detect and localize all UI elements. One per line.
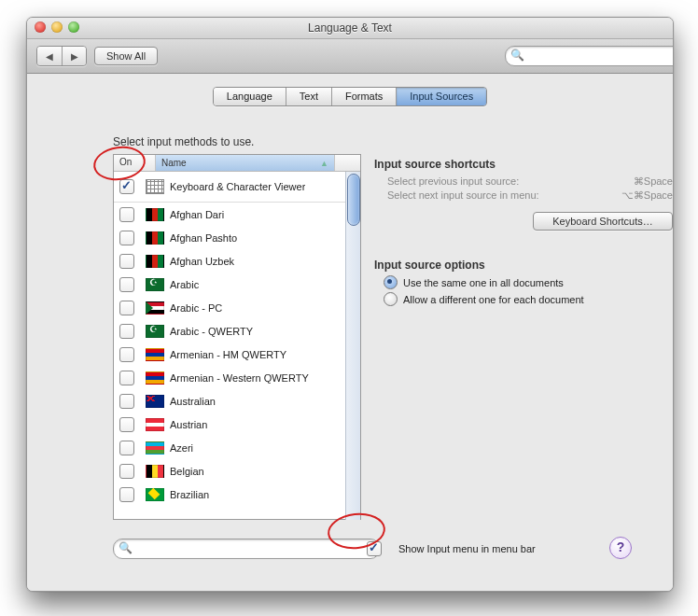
flag-icon (146, 488, 164, 501)
input-sources-panel: On Name ▲ Keyboard & Character ViewerAfg… (113, 154, 361, 520)
list-item[interactable]: Australian (114, 389, 360, 413)
list-item-label: Afghan Dari (170, 209, 224, 220)
flag-icon (146, 278, 164, 291)
col-name[interactable]: Name ▲ (156, 155, 334, 171)
keyboard-shortcuts-button[interactable]: Keyboard Shortcuts… (533, 212, 673, 231)
prompt-label: Select input methods to use. (113, 135, 254, 148)
toolbar-search-input[interactable] (505, 46, 674, 66)
radio-icon[interactable] (384, 292, 398, 306)
preferences-window: Language & Text ◀ ▶ Show All 🔍 Language … (26, 17, 674, 592)
list-item-label: Australian (170, 396, 216, 407)
list-item-label: Brazilian (170, 489, 209, 500)
checkbox-icon[interactable] (119, 417, 134, 432)
tab-language[interactable]: Language (214, 88, 286, 105)
right-pane: Input source shortcuts Select previous i… (374, 158, 673, 309)
checkbox-icon[interactable] (119, 207, 134, 222)
list-item[interactable]: Arabic - PC (114, 296, 360, 319)
help-button[interactable]: ? (609, 537, 632, 559)
flag-icon (146, 325, 164, 338)
checkbox-icon[interactable] (119, 394, 134, 409)
vertical-scrollbar[interactable] (345, 172, 360, 520)
sort-indicator-icon: ▲ (320, 159, 328, 168)
checkbox-icon[interactable] (119, 487, 134, 502)
list-item[interactable]: Arabic (114, 273, 360, 296)
checkbox-icon[interactable] (119, 371, 134, 385)
shortcut-prev: Select previous input source: ⌘Space (374, 175, 673, 189)
list-item[interactable]: Afghan Dari (114, 203, 360, 226)
checkbox-icon[interactable] (119, 254, 134, 269)
list-item[interactable]: Afghan Pashto (114, 226, 360, 249)
list-item-label: Arabic - PC (170, 302, 222, 314)
flag-icon (146, 301, 164, 315)
list-item[interactable]: Arabic - QWERTY (114, 319, 360, 343)
search-icon: 🔍 (119, 541, 133, 554)
checkbox-icon[interactable] (119, 301, 134, 315)
col-stub (334, 155, 360, 171)
list-item[interactable]: Armenian - HM QWERTY (114, 343, 360, 366)
list-item-label: Belgian (170, 466, 204, 477)
tab-input-sources[interactable]: Input Sources (396, 88, 486, 105)
list-item-label: Arabic (170, 279, 199, 290)
list-item-label: Armenian - HM QWERTY (170, 349, 286, 360)
options-heading: Input source options (374, 259, 673, 272)
list-item[interactable]: Belgian (114, 459, 360, 483)
show-in-menu-bar[interactable]: Show Input menu in menu bar (367, 541, 536, 556)
list-item-label: Keyboard & Character Viewer (170, 181, 305, 192)
filter-search-input[interactable] (113, 539, 380, 559)
flag-icon (146, 395, 164, 408)
checkbox-icon[interactable] (119, 277, 134, 292)
toolbar-search: 🔍 (505, 46, 663, 66)
option-same[interactable]: Use the same one in all documents (384, 275, 673, 289)
list-item-label: Azeri (170, 442, 193, 454)
minimize-icon[interactable] (51, 21, 63, 33)
scroll-thumb[interactable] (347, 174, 360, 226)
flag-icon (146, 348, 164, 361)
option-diff[interactable]: Allow a different one for each document (384, 292, 673, 306)
list-item[interactable]: Azeri (114, 436, 360, 459)
shortcuts-heading: Input source shortcuts (374, 158, 673, 171)
checkbox-icon[interactable] (119, 441, 134, 455)
list-item-label: Afghan Uzbek (170, 256, 234, 267)
flag-icon (146, 255, 164, 268)
toolbar: ◀ ▶ Show All 🔍 (27, 39, 673, 74)
flag-icon (146, 418, 164, 431)
column-headers: On Name ▲ (114, 155, 360, 172)
flag-icon (146, 371, 164, 385)
zoom-icon[interactable] (68, 21, 79, 33)
list-item[interactable]: Armenian - Western QWERTY (114, 366, 360, 389)
checkbox-icon[interactable] (119, 347, 134, 362)
radio-icon[interactable] (384, 275, 398, 289)
window-controls (35, 21, 79, 33)
tab-text[interactable]: Text (286, 88, 331, 105)
flag-icon (146, 208, 164, 221)
list-item-label: Afghan Pashto (170, 232, 237, 244)
close-icon[interactable] (35, 21, 46, 33)
show-all-button[interactable]: Show All (94, 47, 158, 65)
window-title: Language & Text (308, 21, 392, 35)
keyboard-viewer-icon (146, 179, 164, 194)
list-item-label: Armenian - Western QWERTY (170, 372, 309, 384)
list-item-label: Austrian (170, 419, 207, 430)
list-item-label: Arabic - QWERTY (170, 326, 253, 337)
titlebar: Language & Text (27, 18, 673, 39)
forward-button[interactable]: ▶ (62, 47, 86, 65)
list-item[interactable]: Afghan Uzbek (114, 249, 360, 273)
checkbox-icon[interactable] (119, 324, 134, 339)
col-on[interactable]: On (114, 155, 156, 171)
flag-icon (146, 441, 164, 455)
checkbox-icon[interactable] (119, 179, 134, 194)
back-button[interactable]: ◀ (37, 47, 62, 65)
checkbox-icon[interactable] (367, 541, 382, 556)
filter-search: 🔍 (113, 539, 350, 559)
tab-formats[interactable]: Formats (331, 88, 396, 105)
input-sources-list[interactable]: Keyboard & Character ViewerAfghan DariAf… (114, 172, 360, 520)
tabs: Language Text Formats Input Sources (27, 74, 673, 106)
list-item[interactable]: Austrian (114, 413, 360, 436)
list-item[interactable]: Keyboard & Character Viewer (114, 172, 360, 203)
checkbox-icon[interactable] (119, 464, 134, 479)
nav-segment: ◀ ▶ (36, 46, 87, 66)
checkbox-icon[interactable] (119, 231, 134, 245)
shortcut-next: Select next input source in menu: ⌥⌘Spac… (374, 189, 673, 203)
flag-icon (146, 231, 164, 245)
list-item[interactable]: Brazilian (114, 483, 360, 506)
